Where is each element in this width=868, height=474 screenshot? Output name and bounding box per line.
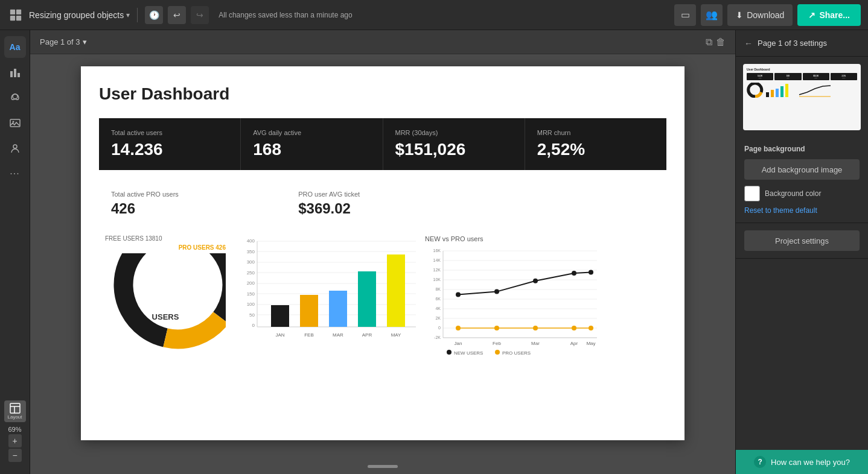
svg-text:400: 400	[247, 238, 255, 244]
svg-text:12K: 12K	[433, 268, 441, 272]
pro-stat-ticket: PRO user AVG ticket $369.02	[286, 185, 473, 223]
bg-color-row: Background color	[744, 186, 860, 201]
sidebar-item-text[interactable]: Aa	[4, 36, 26, 58]
svg-rect-42	[387, 254, 405, 327]
stat-value-0: 14.236	[111, 140, 228, 159]
svg-rect-85	[766, 92, 769, 97]
collaborate-button[interactable]: 👥	[701, 4, 723, 26]
thumb-line	[796, 83, 832, 98]
layout-button[interactable]: Layout	[4, 400, 26, 422]
stat-mrr: MRR (30days) $151,026	[383, 118, 525, 170]
scroll-pill	[368, 465, 398, 468]
svg-text:6K: 6K	[435, 297, 441, 301]
zoom-level: 69%	[8, 426, 21, 433]
svg-text:JAN: JAN	[275, 332, 284, 338]
svg-text:-2K: -2K	[434, 335, 441, 340]
svg-text:14K: 14K	[433, 258, 441, 262]
svg-point-73	[533, 279, 538, 283]
canvas-topbar: Page 1 of 3 ▾ ⧉ 🗑	[30, 30, 735, 54]
svg-rect-0	[10, 9, 15, 14]
svg-text:Feb: Feb	[493, 341, 501, 346]
svg-point-76	[456, 326, 461, 330]
document-title[interactable]: Resizing grouped objects ▾	[29, 10, 130, 20]
svg-rect-40	[358, 271, 376, 327]
panel-spacer	[736, 259, 868, 450]
zoom-controls: 69% + −	[8, 426, 21, 462]
zoom-out-button[interactable]: −	[8, 449, 22, 462]
redo-button[interactable]: ↪	[191, 6, 209, 24]
svg-text:250: 250	[247, 270, 255, 276]
svg-rect-4	[10, 71, 13, 77]
svg-rect-89	[785, 84, 788, 97]
svg-text:May: May	[586, 341, 595, 346]
stat-label-1: AVG daily active	[253, 129, 370, 136]
line-chart-title: NEW vs PRO users	[425, 235, 666, 242]
download-button[interactable]: ⬇ Download	[727, 4, 793, 26]
svg-rect-5	[14, 69, 16, 77]
svg-point-77	[494, 326, 499, 330]
svg-point-10	[13, 145, 17, 148]
svg-point-78	[533, 326, 538, 330]
panel-back-button[interactable]: ←	[744, 39, 753, 48]
svg-text:350: 350	[247, 249, 255, 254]
svg-rect-38	[329, 291, 347, 327]
reset-theme-link[interactable]: Reset to theme default	[744, 206, 817, 215]
svg-text:8K: 8K	[435, 287, 441, 291]
svg-rect-36	[300, 295, 318, 327]
duplicate-page-icon[interactable]: ⧉	[706, 37, 712, 48]
add-background-image-button[interactable]: Add background image	[744, 159, 860, 180]
line-chart: 16K 14K 12K 10K 8K 6K 4K 2K 0 -2K	[425, 245, 600, 359]
svg-point-81	[447, 350, 452, 355]
pro-stat-label-1: PRO user AVG ticket	[298, 191, 461, 198]
svg-text:0: 0	[438, 326, 441, 330]
stat-value-2: $151,026	[395, 140, 512, 159]
thumb-bars	[765, 83, 795, 98]
right-panel: ← Page 1 of 3 settings User Dashboard 14…	[735, 30, 868, 474]
page-indicator[interactable]: Page 1 of 3 ▾	[40, 37, 87, 46]
svg-text:Jan: Jan	[455, 341, 462, 346]
page-background-section: Page background Add background image Bac…	[736, 137, 868, 223]
canvas-scroll[interactable]: User Dashboard Total active users 14.236…	[30, 54, 735, 474]
sidebar-item-maps[interactable]	[4, 87, 26, 109]
svg-rect-34	[271, 305, 289, 327]
svg-text:MAY: MAY	[391, 332, 401, 338]
free-users-label: FREE USERS 13810	[99, 235, 232, 242]
help-bar[interactable]: ? How can we help you?	[736, 450, 868, 474]
sidebar-item-more[interactable]: ···	[4, 163, 26, 185]
undo-button[interactable]: ↩	[168, 6, 186, 24]
charts-row: FREE USERS 13810 PRO USERS 426 USERS	[99, 235, 666, 362]
present-button[interactable]: ▭	[674, 4, 696, 26]
history-button[interactable]: 🕐	[145, 6, 163, 24]
background-color-swatch[interactable]	[744, 186, 760, 201]
share-button[interactable]: ↗ Share...	[797, 4, 861, 26]
thumb-donut	[747, 83, 764, 98]
sidebar-item-images[interactable]	[4, 112, 26, 134]
svg-text:0: 0	[252, 323, 255, 328]
svg-rect-2	[10, 15, 15, 20]
app-logo	[7, 7, 24, 24]
svg-rect-88	[780, 86, 783, 97]
svg-rect-8	[10, 119, 20, 127]
stat-total-active: Total active users 14.236	[99, 118, 241, 170]
donut-svg-wrap: USERS	[99, 253, 232, 350]
svg-point-75	[589, 270, 593, 275]
stat-label-2: MRR (30days)	[395, 129, 512, 136]
svg-point-79	[572, 326, 576, 330]
svg-text:16K: 16K	[433, 248, 441, 253]
page-background-label: Page background	[744, 145, 860, 153]
zoom-in-button[interactable]: +	[8, 434, 22, 447]
project-settings-button[interactable]: Project settings	[744, 230, 860, 251]
stats-row: Total active users 14.236 AVG daily acti…	[99, 118, 666, 170]
delete-page-icon[interactable]: 🗑	[716, 37, 726, 48]
project-settings-section: Project settings	[736, 223, 868, 259]
slide: User Dashboard Total active users 14.236…	[81, 66, 685, 440]
bar-chart: 400 350 300 250 200 150 100 50 0	[238, 235, 419, 356]
donut-chart-container: FREE USERS 13810 PRO USERS 426 USERS	[99, 235, 232, 350]
stat-value-3: 2,52%	[537, 140, 654, 159]
sidebar-item-users[interactable]	[4, 137, 26, 159]
sidebar-item-charts[interactable]	[4, 62, 26, 83]
stat-label-3: MRR churn	[537, 129, 654, 136]
panel-header: ← Page 1 of 3 settings	[736, 30, 868, 57]
stat-value-1: 168	[253, 140, 370, 159]
svg-text:NEW USERS: NEW USERS	[454, 350, 483, 356]
